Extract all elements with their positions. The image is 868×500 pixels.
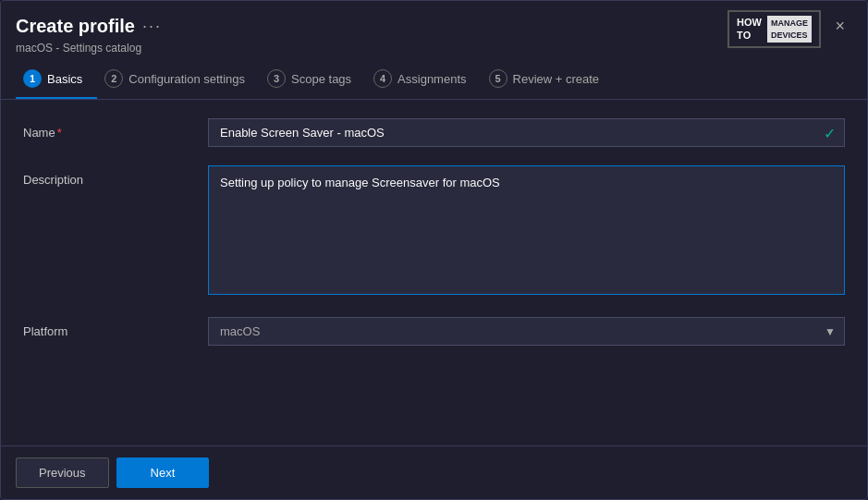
tab-configuration-settings[interactable]: 2 Configuration settings bbox=[97, 60, 260, 99]
content-area: Name* ✓ Description Setting up policy to… bbox=[1, 100, 867, 445]
create-profile-dialog: Create profile ··· HOWTO MANAGEDEVICES ×… bbox=[0, 0, 868, 500]
platform-label: Platform bbox=[23, 317, 208, 338]
tab-basics-number: 1 bbox=[23, 69, 42, 88]
platform-select-wrap: macOS Windows 10 and later iOS/iPadOS ▼ bbox=[208, 317, 845, 346]
tab-config-number: 2 bbox=[104, 69, 123, 88]
description-input-wrap: Setting up policy to manage Screensaver … bbox=[208, 165, 845, 299]
logo-area: HOWTO MANAGEDEVICES bbox=[727, 10, 821, 48]
tab-review-label: Review + create bbox=[513, 72, 600, 86]
brand-logo: HOWTO MANAGEDEVICES bbox=[727, 10, 821, 48]
name-row: Name* ✓ bbox=[23, 118, 845, 147]
name-input[interactable] bbox=[208, 118, 845, 147]
name-required-star: * bbox=[57, 126, 62, 140]
tab-scope-number: 3 bbox=[267, 69, 286, 88]
name-check-icon: ✓ bbox=[824, 124, 836, 141]
tabs-bar: 1 Basics 2 Configuration settings 3 Scop… bbox=[1, 60, 867, 100]
tab-basics-label: Basics bbox=[47, 72, 82, 86]
description-textarea[interactable]: Setting up policy to manage Screensaver … bbox=[208, 165, 845, 295]
platform-select[interactable]: macOS Windows 10 and later iOS/iPadOS bbox=[208, 317, 845, 346]
description-row: Description Setting up policy to manage … bbox=[23, 165, 845, 299]
tab-config-label: Configuration settings bbox=[128, 72, 245, 86]
next-button[interactable]: Next bbox=[116, 457, 210, 488]
tab-assign-number: 4 bbox=[373, 69, 392, 88]
logo-manage-text: MANAGEDEVICES bbox=[767, 16, 812, 43]
tab-scope-tags[interactable]: 3 Scope tags bbox=[260, 60, 366, 99]
tab-review-create[interactable]: 5 Review + create bbox=[482, 60, 615, 99]
dialog-footer: Previous Next bbox=[1, 445, 867, 499]
tab-review-number: 5 bbox=[489, 69, 507, 88]
close-button[interactable]: × bbox=[827, 14, 852, 38]
name-input-wrap: ✓ bbox=[208, 118, 845, 147]
tab-assignments[interactable]: 4 Assignments bbox=[366, 60, 481, 99]
tab-assign-label: Assignments bbox=[397, 72, 466, 86]
tab-scope-label: Scope tags bbox=[291, 72, 351, 86]
more-options-icon[interactable]: ··· bbox=[142, 17, 162, 36]
name-label: Name* bbox=[23, 118, 208, 140]
platform-row: Platform macOS Windows 10 and later iOS/… bbox=[23, 317, 845, 346]
title-bar: Create profile ··· HOWTO MANAGEDEVICES × bbox=[1, 1, 867, 42]
description-label: Description bbox=[23, 165, 208, 187]
dialog-title: Create profile bbox=[16, 16, 135, 37]
title-left: Create profile ··· bbox=[16, 16, 162, 37]
tab-basics[interactable]: 1 Basics bbox=[16, 60, 97, 99]
previous-button[interactable]: Previous bbox=[16, 457, 109, 488]
logo-how-to-text: HOWTO bbox=[737, 17, 762, 41]
